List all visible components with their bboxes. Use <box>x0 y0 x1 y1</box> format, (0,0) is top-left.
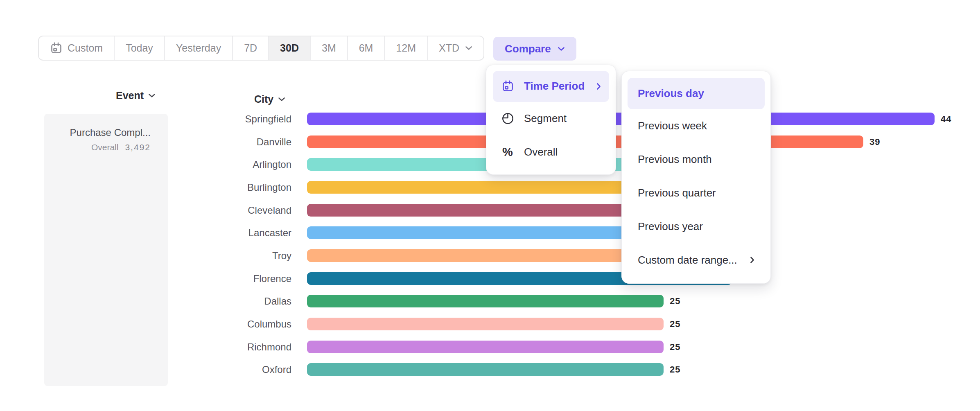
city-header-label: City <box>254 93 273 105</box>
chevron-down-icon <box>278 97 285 102</box>
bar-label-lancaster: Lancaster <box>172 226 291 239</box>
date-range-label: XTD <box>439 42 459 54</box>
date-range-button-yesterday[interactable]: Yesterday <box>164 36 232 60</box>
calendar-icon <box>501 80 514 93</box>
compare-menu-item-segment[interactable]: Segment <box>493 102 609 135</box>
bar-value-dallas: 25 <box>670 295 680 307</box>
bar-richmond[interactable] <box>307 341 664 353</box>
segment-icon <box>501 112 514 125</box>
chevron-down-icon <box>148 93 156 98</box>
menu-item-label: Segment <box>524 112 567 125</box>
bar-value-richmond: 25 <box>670 341 680 353</box>
bar-value-springfield: 44 <box>941 113 951 125</box>
menu-item-label: Time Period <box>524 80 585 93</box>
bar-value-oxford: 25 <box>670 363 680 376</box>
date-range-label: Today <box>126 42 153 54</box>
menu-item-label: Overall <box>524 146 558 158</box>
date-range-label: 3M <box>322 42 336 54</box>
date-range-button-3m[interactable]: 3M <box>310 36 347 60</box>
submenu-item-label: Previous quarter <box>638 187 716 199</box>
bar-springfield[interactable] <box>307 113 935 125</box>
compare-button-label: Compare <box>505 43 551 55</box>
time-period-option-previous-quarter[interactable]: Previous quarter <box>628 176 765 210</box>
date-range-label: Yesterday <box>176 42 221 54</box>
compare-dropdown-menu: Time PeriodSegment%Overall <box>486 65 616 175</box>
compare-menu-item-time-period[interactable]: Time Period <box>493 71 609 102</box>
bar-label-troy: Troy <box>172 249 291 262</box>
bar-label-burlington: Burlington <box>172 181 291 194</box>
event-header-label: Event <box>116 90 144 102</box>
chevron-right-icon <box>596 83 601 90</box>
date-range-button-custom[interactable]: Custom <box>39 36 114 60</box>
chevron-right-icon <box>750 256 754 264</box>
bar-label-arlington: Arlington <box>172 158 291 171</box>
chevron-down-icon <box>465 46 472 50</box>
percent-icon: % <box>501 146 514 158</box>
bar-chart: Springfield44Danville39ArlingtonBurlingt… <box>0 0 980 411</box>
date-range-button-7d[interactable]: 7D <box>232 36 268 60</box>
submenu-item-label: Custom date range... <box>638 254 737 266</box>
bar-label-dallas: Dallas <box>172 295 291 307</box>
date-range-label: 12M <box>396 42 416 54</box>
time-period-submenu: Previous dayPrevious weekPrevious monthP… <box>621 71 771 284</box>
bar-value-columbus: 25 <box>670 318 680 330</box>
submenu-item-label: Previous week <box>638 120 707 132</box>
bar-label-columbus: Columbus <box>172 318 291 330</box>
time-period-option-previous-year[interactable]: Previous year <box>628 210 765 243</box>
time-period-option-previous-month[interactable]: Previous month <box>628 143 765 176</box>
bar-label-springfield: Springfield <box>172 113 291 125</box>
bar-label-richmond: Richmond <box>172 341 291 353</box>
date-range-button-30d[interactable]: 30D <box>268 36 310 60</box>
calendar-icon <box>50 42 63 54</box>
date-range-button-xtd[interactable]: XTD <box>427 36 483 60</box>
bar-label-cleveland: Cleveland <box>172 204 291 217</box>
bar-value-danville: 39 <box>869 135 880 148</box>
date-range-group: CustomTodayYesterday7D30D3M6M12MXTD <box>38 36 484 61</box>
date-range-button-today[interactable]: Today <box>114 36 164 60</box>
bar-label-florence: Florence <box>172 272 291 285</box>
date-range-label: Custom <box>68 42 103 54</box>
event-column-header[interactable]: Event <box>116 90 156 102</box>
submenu-item-label: Previous day <box>638 87 704 100</box>
time-period-option-previous-week[interactable]: Previous week <box>628 109 765 143</box>
date-range-label: 30D <box>280 42 299 54</box>
time-period-option-custom-date-range-[interactable]: Custom date range... <box>628 243 765 277</box>
bar-label-danville: Danville <box>172 135 291 148</box>
city-column-header[interactable]: City <box>254 93 285 105</box>
bar-label-oxford: Oxford <box>172 363 291 376</box>
bar-oxford[interactable] <box>307 363 664 376</box>
bar-columbus[interactable] <box>307 318 664 330</box>
compare-button[interactable]: Compare <box>493 37 576 61</box>
date-range-button-6m[interactable]: 6M <box>347 36 384 60</box>
submenu-item-label: Previous month <box>638 153 712 166</box>
date-range-button-12m[interactable]: 12M <box>384 36 427 60</box>
bar-dallas[interactable] <box>307 295 664 307</box>
analytics-dashboard: CustomTodayYesterday7D30D3M6M12MXTD Comp… <box>0 0 980 411</box>
time-period-option-previous-day[interactable]: Previous day <box>628 78 765 109</box>
date-range-label: 7D <box>244 42 257 54</box>
date-range-label: 6M <box>359 42 373 54</box>
submenu-item-label: Previous year <box>638 220 703 233</box>
compare-menu-item-overall[interactable]: %Overall <box>493 135 609 169</box>
chevron-down-icon <box>558 47 565 51</box>
